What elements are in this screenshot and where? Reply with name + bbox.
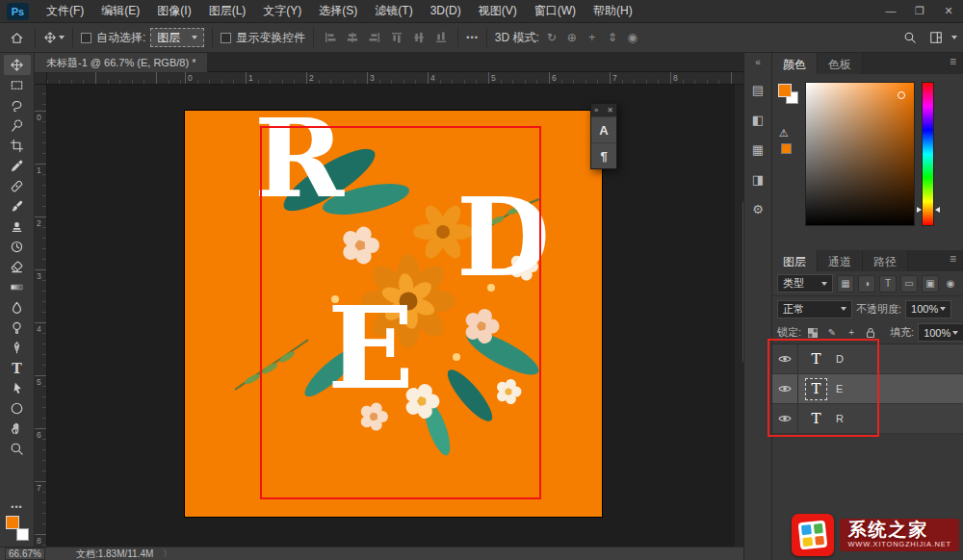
align-bottom-icon[interactable] [432,28,450,47]
hand-tool[interactable] [4,419,31,439]
vertical-scrollbar[interactable] [735,85,743,547]
close-panel-icon[interactable]: ✕ [607,106,613,115]
chevron-down-icon[interactable] [951,36,957,39]
spot-healing-brush-tool[interactable] [4,176,31,196]
path-selection-tool[interactable] [4,378,31,398]
libraries-panel-icon[interactable]: ▦ [747,139,768,160]
maximize-button[interactable]: ❐ [905,0,934,22]
type-tool[interactable]: T [4,358,31,378]
text-layer-thumbnail[interactable]: T [805,348,827,370]
marquee-tool[interactable] [4,75,31,95]
hue-slider-marker-right[interactable] [935,207,940,213]
fill-dropdown[interactable]: 100% [918,323,963,342]
dodge-tool[interactable] [4,318,31,338]
info-panel-icon[interactable]: ◨ [747,168,768,190]
color-picker-cursor[interactable] [898,91,905,99]
history-brush-tool[interactable] [4,237,31,257]
layer-visibility-toggle[interactable] [772,404,798,433]
brush-tool[interactable] [4,196,31,216]
vertical-ruler[interactable]: 012345678 [35,85,47,547]
home-icon[interactable] [6,26,27,49]
panel-menu-icon[interactable]: ≡ [943,53,963,74]
layer-name[interactable]: R [836,413,844,424]
tab-layers[interactable]: 图层 [772,250,818,271]
quick-selection-tool[interactable] [4,115,31,136]
align-right-icon[interactable] [366,28,383,47]
saturation-brightness-picker[interactable] [805,82,915,226]
filter-adjustment-layers-icon[interactable]: ◑ [858,275,875,293]
hue-slider-marker-left[interactable] [917,207,922,213]
align-left-icon[interactable] [322,28,339,47]
adjustments-panel-icon[interactable]: ◧ [747,109,768,130]
more-align-options-icon[interactable]: ••• [466,33,478,42]
menu-item[interactable]: 3D(D) [422,0,470,22]
crop-tool[interactable] [4,136,31,156]
3d-dolly-icon[interactable]: ⇕ [605,28,620,47]
panel-menu-icon[interactable]: ≡ [943,250,963,271]
filter-type-layers-icon[interactable]: T [879,275,897,293]
shape-tool[interactable] [4,398,31,419]
horizontal-ruler[interactable]: 012345678 [47,72,743,85]
layer-name[interactable]: E [836,383,843,395]
zoom-level-field[interactable]: 66.67% [5,547,45,560]
background-color-swatch[interactable] [16,528,29,541]
paragraph-panel-icon[interactable]: ¶ [591,142,616,168]
menu-item[interactable]: 窗口(W) [526,0,585,22]
tab-paths[interactable]: 路径 [863,250,908,271]
minimize-button[interactable]: — [876,0,905,22]
character-panel-icon[interactable]: A [591,116,616,142]
status-expand-icon[interactable]: 〉 [163,547,171,560]
3d-target-icon[interactable]: ◉ [625,28,640,47]
align-center-horizontal-icon[interactable] [344,28,361,47]
expand-dock-icon[interactable]: « [755,57,761,70]
gamut-safe-swatch[interactable] [781,143,792,154]
lasso-tool[interactable] [4,95,31,115]
tab-swatches[interactable]: 色板 [818,53,863,74]
tab-color[interactable]: 颜色 [772,53,818,74]
3d-orbit-icon[interactable]: ⊕ [564,28,580,47]
filter-toggle-icon[interactable]: ◉ [943,276,958,292]
opacity-dropdown[interactable]: 100% [905,300,951,318]
move-tool[interactable] [4,55,31,75]
layer-row[interactable]: T R [772,404,963,434]
expand-panel-icon[interactable]: » [594,106,598,115]
menu-item[interactable]: 选择(S) [310,0,366,22]
move-tool-preset-icon[interactable] [43,26,65,49]
tab-channels[interactable]: 通道 [818,250,863,271]
eraser-tool[interactable] [4,257,31,277]
menu-item[interactable]: 文字(Y) [254,0,310,22]
foreground-color-swatch[interactable] [6,516,19,529]
auto-select-checkbox[interactable] [81,33,91,43]
filter-pixel-layers-icon[interactable]: ▦ [837,275,854,293]
auto-select-scope-dropdown[interactable]: 图层 [150,28,204,47]
3d-rotate-icon[interactable]: ↻ [544,28,560,47]
layer-visibility-toggle[interactable] [772,344,798,373]
layer-filter-type-dropdown[interactable]: 类型 [777,274,833,293]
gradient-tool[interactable] [4,277,31,297]
clone-stamp-tool[interactable] [4,216,31,237]
show-transform-checkbox[interactable] [221,33,231,43]
3d-pan-icon[interactable]: + [585,28,600,47]
layer-row[interactable]: T E [772,374,963,404]
search-icon[interactable] [899,26,921,49]
document-size-info[interactable]: 文档:1.83M/11.4M [76,547,153,560]
align-middle-vertical-icon[interactable] [410,28,428,47]
menu-item[interactable]: 文件(F) [38,0,92,22]
lock-transparent-pixels-icon[interactable] [805,325,820,341]
foreground-color-swatch[interactable] [778,84,792,97]
align-top-icon[interactable] [388,28,405,47]
lock-all-icon[interactable] [863,325,878,341]
filter-shape-layers-icon[interactable]: ▭ [900,275,918,293]
settings-icon[interactable]: ⚙ [747,198,768,219]
edit-toolbar-icon[interactable]: ••• [11,502,22,512]
pen-tool[interactable] [4,338,31,358]
lock-image-pixels-icon[interactable]: ✎ [824,325,840,341]
properties-panel-icon[interactable]: ▤ [747,79,768,100]
text-layer-thumbnail[interactable]: T [805,408,827,430]
layer-row[interactable]: T D [772,344,963,374]
menu-item[interactable]: 图层(L) [200,0,255,22]
foreground-background-swatches[interactable] [6,516,29,541]
close-button[interactable]: ✕ [934,0,963,22]
blur-tool[interactable] [4,297,31,318]
lock-position-icon[interactable]: + [844,325,859,341]
